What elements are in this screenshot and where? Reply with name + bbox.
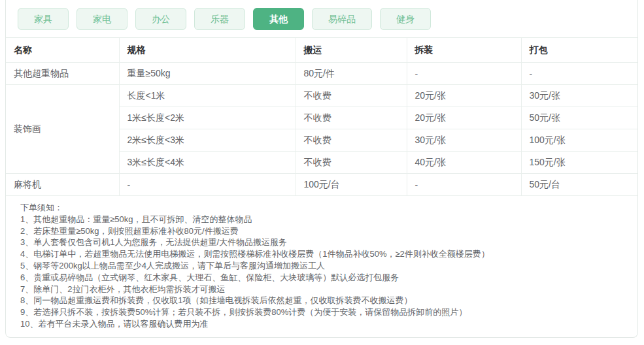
name-cell: 其他超重物品 xyxy=(6,63,119,85)
tab-fitness[interactable]: 健身 xyxy=(380,8,431,30)
name-cell: 装饰画 xyxy=(6,85,119,174)
table-row: 其他超重物品重量≥50kg80元/件-- xyxy=(6,63,637,85)
tab-office[interactable]: 办公 xyxy=(135,8,186,30)
carry-cell: 不收费 xyxy=(296,129,407,152)
pack-cell: 50元/张 xyxy=(521,107,637,129)
table-row: 麻将机-100元/台-50元/台 xyxy=(6,174,637,196)
disassemble-cell: 20元/张 xyxy=(407,107,521,129)
note-item: 4、电梯订单中，若超重物品无法使用电梯搬运，则需按照楼梯标准补收楼层费（1件物品… xyxy=(20,248,623,260)
pack-cell: 50元/台 xyxy=(521,174,637,196)
column-header-spec: 规格 xyxy=(119,38,296,63)
pricing-table: 名称规格搬运拆装打包 其他超重物品重量≥50kg80元/件--装饰画长度<1米不… xyxy=(6,38,637,196)
tab-appliance[interactable]: 家电 xyxy=(76,8,127,30)
carry-cell: 80元/件 xyxy=(296,63,407,85)
note-item: 10、若有平台未录入物品，请以客服确认费用为准 xyxy=(20,318,623,330)
pricing-table-wrap: 名称规格搬运拆装打包 其他超重物品重量≥50kg80元/件--装饰画长度<1米不… xyxy=(6,37,637,196)
column-header-disassemble: 拆装 xyxy=(407,38,521,63)
header-row: 名称规格搬运拆装打包 xyxy=(6,38,637,63)
pack-cell: 100元/张 xyxy=(521,129,637,152)
table-row: 装饰画长度<1米不收费20元/张30元/张 xyxy=(6,85,637,107)
note-item: 9、若选择只拆不装，按拆装费50%计算；若只装不拆，则按拆装费80%计费（为便于… xyxy=(20,306,623,318)
carry-cell: 不收费 xyxy=(296,152,407,174)
note-item: 1、其他超重物品：重量≥50kg，且不可拆卸、清空的整体物品 xyxy=(20,214,623,225)
disassemble-cell: 30元/张 xyxy=(407,129,521,152)
spec-cell: 长度<1米 xyxy=(119,85,296,107)
note-item: 7、除单门、2拉门衣柜外，其他衣柜均需拆装才可搬运 xyxy=(20,284,623,295)
pricing-table-header: 名称规格搬运拆装打包 xyxy=(6,38,637,63)
pricing-card: 家具家电办公乐器其他易碎品健身 名称规格搬运拆装打包 其他超重物品重量≥50kg… xyxy=(5,0,638,338)
disassemble-cell: 40元/张 xyxy=(407,152,521,174)
notes-title: 下单须知： xyxy=(20,202,623,214)
pack-cell: 150元/张 xyxy=(521,152,637,174)
disassemble-cell: - xyxy=(407,174,521,196)
tab-other[interactable]: 其他 xyxy=(253,8,304,30)
column-header-name: 名称 xyxy=(6,38,119,63)
category-tabs: 家具家电办公乐器其他易碎品健身 xyxy=(6,0,637,37)
note-item: 8、同一物品超重搬运费和拆装费，仅收取1项（如挂墙电视拆装后依然超重，仅收取拆装… xyxy=(20,295,623,306)
spec-cell: 3米≤长度<4米 xyxy=(119,152,296,174)
notes-list: 1、其他超重物品：重量≥50kg，且不可拆卸、清空的整体物品2、若床垫重量≥50… xyxy=(20,214,623,330)
note-item: 6、贵重或易碎物品（立式钢琴、红木家具、大理石、鱼缸、保险柜、大块玻璃等）默认必… xyxy=(20,272,623,284)
pricing-table-body: 其他超重物品重量≥50kg80元/件--装饰画长度<1米不收费20元/张30元/… xyxy=(6,63,637,196)
carry-cell: 不收费 xyxy=(296,107,407,129)
order-notes: 下单须知： 1、其他超重物品：重量≥50kg，且不可拆卸、清空的整体物品2、若床… xyxy=(6,196,637,330)
spec-cell: 1米≤长度<2米 xyxy=(119,107,296,129)
tab-instrument[interactable]: 乐器 xyxy=(194,8,245,30)
carry-cell: 不收费 xyxy=(296,85,407,107)
spec-cell: 重量≥50kg xyxy=(119,63,296,85)
disassemble-cell: - xyxy=(407,63,521,85)
spec-cell: 2米≤长度<3米 xyxy=(119,129,296,152)
note-item: 2、若床垫重量≥50kg，则按照超重标准补收80元/件搬运费 xyxy=(20,225,623,237)
pack-cell: 30元/张 xyxy=(521,85,637,107)
pack-cell: - xyxy=(521,63,637,85)
disassemble-cell: 20元/张 xyxy=(407,85,521,107)
column-header-pack: 打包 xyxy=(521,38,637,63)
tab-fragile[interactable]: 易碎品 xyxy=(312,8,372,30)
column-header-carry: 搬运 xyxy=(296,38,407,63)
carry-cell: 100元/台 xyxy=(296,174,407,196)
spec-cell: - xyxy=(119,174,296,196)
note-item: 3、单人套餐仅包含司机1人为您服务，无法提供超重/大件物品搬运服务 xyxy=(20,237,623,248)
note-item: 5、钢琴等200kg以上物品需至少4人完成搬运，请下单后与客服沟通增加搬运工人 xyxy=(20,260,623,272)
name-cell: 麻将机 xyxy=(6,174,119,196)
tab-furniture[interactable]: 家具 xyxy=(18,8,69,30)
